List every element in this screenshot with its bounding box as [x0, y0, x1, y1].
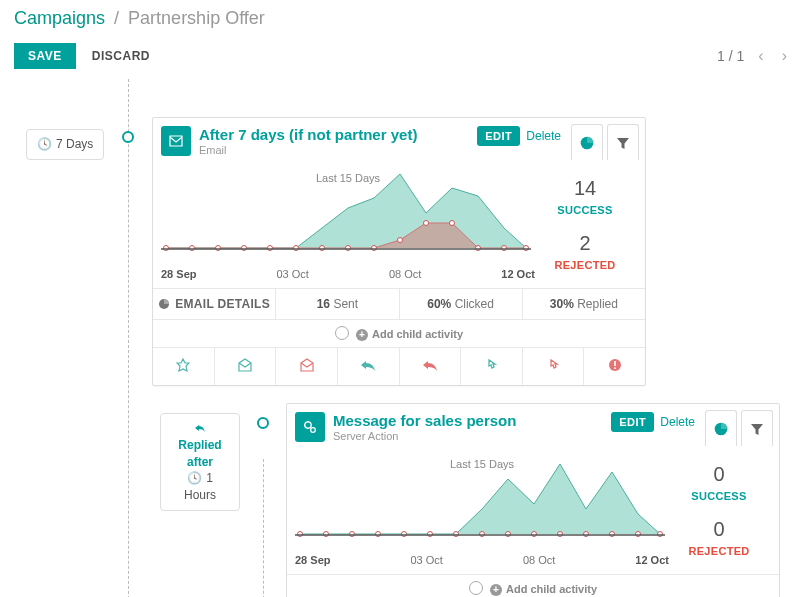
add-child-activity-button[interactable]: +Add child activity [153, 319, 645, 347]
svg-point-30 [454, 532, 459, 537]
svg-rect-19 [614, 361, 616, 366]
card-title[interactable]: After 7 days (if not partner yet) [199, 126, 477, 143]
tab-filter[interactable] [741, 410, 773, 446]
svg-point-4 [242, 246, 247, 251]
svg-point-38 [658, 532, 663, 537]
svg-point-32 [506, 532, 511, 537]
svg-point-22 [311, 428, 316, 433]
svg-point-11 [424, 221, 429, 226]
discard-button[interactable]: DISCARD [92, 49, 150, 63]
svg-point-14 [502, 246, 507, 251]
reply-red-icon[interactable] [400, 348, 462, 385]
mail-open-teal-icon[interactable] [215, 348, 277, 385]
delete-button[interactable]: Delete [660, 415, 695, 429]
success-count: 0 [669, 463, 769, 486]
svg-point-13 [476, 246, 481, 251]
svg-point-35 [584, 532, 589, 537]
xtick: 12 Oct [635, 554, 669, 566]
timeline-branch [263, 459, 264, 597]
svg-point-10 [398, 238, 403, 243]
tab-chart[interactable] [571, 124, 603, 160]
svg-point-2 [190, 246, 195, 251]
svg-point-24 [298, 532, 303, 537]
node-dot-1 [122, 131, 134, 143]
plus-icon: + [356, 329, 368, 341]
edit-button[interactable]: EDIT [611, 412, 654, 432]
svg-point-7 [320, 246, 325, 251]
add-child-activity-button[interactable]: +Add child activity [287, 574, 779, 597]
pie-chart-icon [713, 421, 729, 437]
click-teal-icon[interactable] [461, 348, 523, 385]
card-type: Email [199, 144, 477, 156]
xtick: 12 Oct [501, 268, 535, 280]
chart-range-label: Last 15 Days [316, 172, 380, 184]
delete-button[interactable]: Delete [526, 129, 561, 143]
rejected-count: 2 [535, 232, 635, 255]
click-red-icon[interactable] [523, 348, 585, 385]
svg-point-37 [636, 532, 641, 537]
pager: 1 / 1 ‹ › [717, 47, 791, 65]
pager-text: 1 / 1 [717, 48, 744, 64]
pie-chart-icon [158, 298, 170, 310]
svg-point-31 [480, 532, 485, 537]
chart-range-label: Last 15 Days [450, 458, 514, 470]
breadcrumb-sep: / [114, 8, 119, 28]
xtick: 03 Oct [410, 554, 442, 566]
pager-prev-icon[interactable]: ‹ [754, 47, 767, 65]
edit-button[interactable]: EDIT [477, 126, 520, 146]
filter-icon [616, 136, 630, 150]
svg-point-33 [532, 532, 537, 537]
card-type: Server Action [333, 430, 611, 442]
svg-point-1 [164, 246, 169, 251]
mail-open-red-icon[interactable] [276, 348, 338, 385]
tab-filter[interactable] [607, 124, 639, 160]
breadcrumb-current: Partnership Offer [128, 8, 265, 28]
pager-next-icon[interactable]: › [778, 47, 791, 65]
svg-point-28 [402, 532, 407, 537]
envelope-icon [161, 126, 191, 156]
email-details-label: EMAIL DETAILS [153, 289, 276, 319]
replied-stat: 30% Replied [523, 289, 645, 319]
success-count: 14 [535, 177, 635, 200]
clock-icon: 🕓 [187, 471, 202, 485]
rejected-label: REJECTED [535, 259, 635, 271]
xtick: 08 Oct [523, 554, 555, 566]
node-dot-2 [257, 417, 269, 429]
svg-point-27 [376, 532, 381, 537]
activity-card-email: After 7 days (if not partner yet) Email … [152, 117, 646, 386]
success-label: SUCCESS [669, 490, 769, 502]
action-activity-icon[interactable] [153, 348, 215, 385]
email-details-row: EMAIL DETAILS 16 Sent 60% Clicked 30% Re… [153, 288, 645, 319]
svg-point-29 [428, 532, 433, 537]
breadcrumb-root[interactable]: Campaigns [14, 8, 105, 28]
svg-point-5 [268, 246, 273, 251]
xtick: 03 Oct [276, 268, 308, 280]
warning-icon[interactable] [584, 348, 645, 385]
delay-pill-7days: 🕓7 Days [26, 129, 104, 160]
svg-rect-20 [614, 367, 616, 369]
svg-point-25 [324, 532, 329, 537]
svg-point-15 [524, 246, 529, 251]
card-title[interactable]: Message for sales person [333, 412, 611, 429]
tab-chart[interactable] [705, 410, 737, 446]
breadcrumb: Campaigns / Partnership Offer [14, 8, 791, 29]
svg-point-9 [372, 246, 377, 251]
svg-point-6 [294, 246, 299, 251]
svg-point-8 [346, 246, 351, 251]
svg-point-26 [350, 532, 355, 537]
reply-teal-icon[interactable] [338, 348, 400, 385]
timeline-trunk [128, 79, 129, 597]
svg-point-36 [610, 532, 615, 537]
xtick: 08 Oct [389, 268, 421, 280]
gears-icon [295, 412, 325, 442]
success-label: SUCCESS [535, 204, 635, 216]
plus-icon: + [490, 584, 502, 596]
rejected-count: 0 [669, 518, 769, 541]
clicked-stat: 60% Clicked [400, 289, 523, 319]
svg-point-3 [216, 246, 221, 251]
rejected-label: REJECTED [669, 545, 769, 557]
clock-icon: 🕓 [37, 137, 52, 151]
xtick: 28 Sep [161, 268, 196, 280]
activity-card-server-action: Message for sales person Server Action E… [286, 403, 780, 597]
save-button[interactable]: SAVE [14, 43, 76, 69]
